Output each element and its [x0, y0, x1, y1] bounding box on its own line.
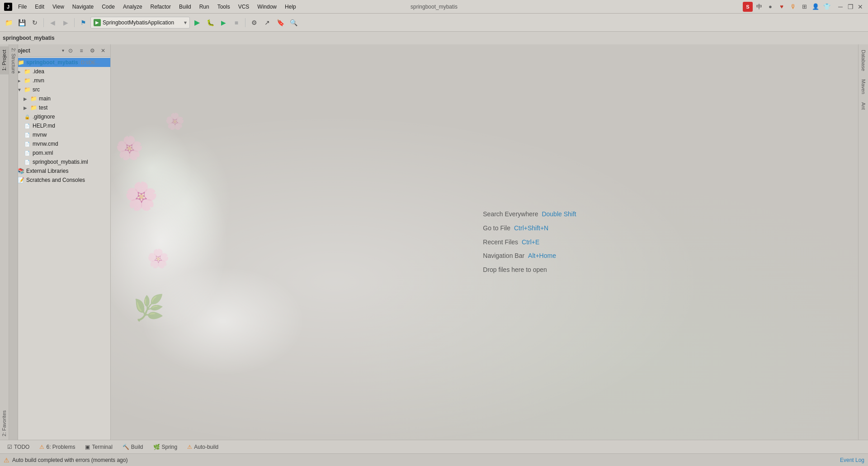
panel-title: Project — [12, 48, 60, 54]
save-button[interactable]: 💾 — [16, 17, 28, 29]
tree-item-pomxml[interactable]: 📄 pom.xml — [9, 148, 110, 157]
structure-side-panel: 2: Structure — [9, 44, 18, 440]
terminal-label: Terminal — [92, 444, 112, 450]
status-message: Auto build completed with errors (moment… — [12, 457, 127, 463]
toolbar-separator-1 — [43, 18, 44, 27]
event-log-link[interactable]: Event Log — [840, 457, 864, 463]
drop-files-label: Drop files here to open — [483, 263, 547, 277]
menu-code[interactable]: Code — [98, 3, 118, 11]
tree-item-iml[interactable]: 📄 springboot_mybatis.iml — [9, 157, 110, 166]
tab-ant[interactable]: Ant — [859, 99, 868, 114]
run-bookmark-button[interactable]: ⚑ — [77, 17, 89, 29]
search-everywhere-button[interactable]: 🔍 — [288, 17, 299, 29]
nav-bar-label: Navigation Bar — [483, 249, 524, 263]
tree-item-gitignore[interactable]: 🔒 .gitignore — [9, 112, 110, 121]
recent-files-label: Recent Files — [483, 235, 518, 249]
open-in-button[interactable]: ↗ — [261, 17, 273, 29]
tray-icon-4[interactable]: ⊞ — [799, 2, 809, 12]
panel-locate-button[interactable]: ⊙ — [66, 46, 75, 55]
tray-icon-6[interactable]: 👕 — [822, 2, 832, 12]
menu-file[interactable]: File — [14, 3, 30, 11]
tree-item-mvnwcmd[interactable]: 📄 mvnw.cmd — [9, 139, 110, 148]
menu-vcs[interactable]: VCS — [235, 3, 253, 11]
tray-icon-5[interactable]: 👤 — [811, 2, 821, 12]
stop-button[interactable]: ■ — [231, 17, 242, 29]
tree-item-idea[interactable]: ▶ 📁 .idea — [9, 67, 110, 76]
tray-icon-1[interactable]: ● — [765, 2, 775, 12]
minimize-button[interactable]: ─ — [836, 3, 844, 11]
tree-item-src[interactable]: ▼ 📁 src — [9, 85, 110, 94]
folder-icon: 📁 — [24, 68, 31, 75]
tree-item-test[interactable]: ▶ 📁 test — [9, 103, 110, 112]
sdk-button[interactable]: ⚙ — [248, 17, 260, 29]
tab-structure[interactable]: 2: Structure — [9, 44, 18, 77]
file-tree: ▼ 📁 springboot_mybatis D:\IDE... ▶ 📁 .id… — [9, 57, 110, 185]
app-icon: J — [4, 2, 13, 11]
nav-bar-line: Navigation Bar Alt+Home — [483, 249, 576, 263]
tab-todo[interactable]: ☑ TODO — [3, 442, 34, 452]
menu-navigate[interactable]: Navigate — [69, 3, 97, 11]
tray-icons: S 中 ● ♥ 🎙 ⊞ 👤 👕 — [743, 2, 832, 12]
item-test-name: test — [39, 105, 108, 111]
menu-help[interactable]: Help — [281, 3, 300, 11]
sogou-icon[interactable]: S — [743, 2, 753, 12]
tab-problems[interactable]: ⚠ 6: Problems — [35, 442, 80, 452]
project-title-text: springboot_mybatis — [3, 35, 55, 41]
restore-button[interactable]: ❐ — [846, 3, 854, 11]
ime-chinese-icon[interactable]: 中 — [754, 2, 764, 12]
refresh-button[interactable]: ↻ — [29, 17, 41, 29]
spring-icon: 🌿 — [153, 444, 160, 450]
arrow-icon: ▶ — [24, 96, 30, 101]
panel-dropdown-icon[interactable]: ▾ — [62, 48, 64, 53]
menu-view[interactable]: View — [49, 3, 68, 11]
tree-item-root[interactable]: ▼ 📁 springboot_mybatis D:\IDE... — [9, 58, 110, 67]
status-bar: ⚠ Auto build completed with errors (mome… — [0, 453, 868, 466]
panel-collapse-button[interactable]: ≡ — [77, 46, 86, 55]
tab-terminal[interactable]: ▣ Terminal — [80, 442, 117, 452]
run-coverage-button[interactable]: ▶ — [217, 17, 229, 29]
menu-window[interactable]: Window — [254, 3, 280, 11]
debug-button[interactable]: 🐛 — [204, 17, 216, 29]
panel-settings-button[interactable]: ⚙ — [88, 46, 97, 55]
menu-analyze[interactable]: Analyze — [119, 3, 146, 11]
title-bar: J File Edit View Navigate Code Analyze R… — [0, 0, 868, 14]
tab-build[interactable]: 🔨 Build — [118, 442, 148, 452]
run-config-icon: ▶ — [94, 19, 101, 26]
item-mvnwcmd-name: mvnw.cmd — [33, 141, 108, 147]
menu-run[interactable]: Run — [196, 3, 213, 11]
tab-maven[interactable]: Maven — [859, 76, 868, 98]
nav-bar-shortcut: Alt+Home — [528, 249, 556, 263]
forward-button[interactable]: ▶ — [60, 17, 71, 29]
tray-icon-2[interactable]: ♥ — [777, 2, 787, 12]
menu-tools[interactable]: Tools — [214, 3, 234, 11]
close-button[interactable]: ✕ — [856, 3, 864, 11]
tree-item-mvn[interactable]: ▶ 📁 .mvn — [9, 76, 110, 85]
bookmark-button[interactable]: 🔖 — [274, 17, 286, 29]
tab-spring[interactable]: 🌿 Spring — [149, 442, 182, 452]
panel-close-button[interactable]: ✕ — [99, 46, 108, 55]
tree-item-main[interactable]: ▶ 📁 main — [9, 94, 110, 103]
menu-refactor[interactable]: Refactor — [147, 3, 175, 11]
sidebar-tab-project[interactable]: 1: Project — [0, 46, 9, 74]
back-button[interactable]: ◀ — [47, 17, 58, 29]
tree-item-external-libs[interactable]: ▶ 📚 External Libraries — [9, 166, 110, 176]
tab-database[interactable]: Database — [859, 46, 868, 75]
tree-item-scratches[interactable]: ▶ 📝 Scratches and Consoles — [9, 176, 110, 185]
arrow-icon: ▶ — [17, 78, 24, 83]
menu-edit[interactable]: Edit — [31, 3, 48, 11]
run-button[interactable]: ▶ — [191, 17, 203, 29]
cmd-file-icon: 📄 — [24, 140, 31, 147]
open-folder-button[interactable]: 📁 — [3, 17, 14, 29]
editor-area: 🌸 🌸 🌸 🌸 🌿 Search Everywhere Double Shift… — [111, 44, 858, 440]
tray-icon-3[interactable]: 🎙 — [788, 2, 798, 12]
run-config-dropdown[interactable]: ▶ SpringbootMybatisApplication ▾ — [90, 17, 190, 29]
tree-item-helpmd[interactable]: 📄 HELP.md — [9, 121, 110, 130]
search-everywhere-label: Search Everywhere — [483, 207, 538, 221]
project-panel: Project ▾ ⊙ ≡ ⚙ ✕ ▼ 📁 springboot_mybatis… — [9, 44, 111, 440]
tab-auto-build[interactable]: ⚠ Auto-build — [183, 442, 223, 452]
menu-build[interactable]: Build — [175, 3, 195, 11]
terminal-icon: ▣ — [85, 444, 90, 450]
sidebar-tab-favorites[interactable]: 2: Favorites — [0, 407, 9, 440]
tree-item-mvnw[interactable]: 📄 mvnw — [9, 130, 110, 139]
arrow-icon: ▶ — [17, 69, 24, 74]
